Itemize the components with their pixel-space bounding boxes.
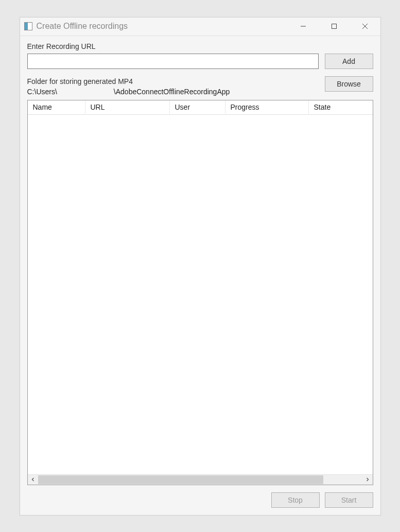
column-header-state[interactable]: State (309, 100, 373, 114)
close-icon (362, 23, 368, 29)
column-header-user[interactable]: User (170, 100, 225, 114)
app-icon (24, 22, 32, 30)
scroll-track[interactable] (38, 475, 362, 485)
horizontal-scrollbar[interactable] (28, 474, 373, 485)
folder-row: Folder for storing generated MP4 C:\User… (27, 76, 373, 96)
recording-url-input[interactable] (27, 54, 319, 69)
maximize-button[interactable] (319, 18, 350, 36)
app-window: Create Offline recordings Enter Recordin… (20, 17, 381, 516)
scroll-left-arrow[interactable] (28, 475, 38, 485)
recordings-table: Name URL User Progress State (27, 100, 373, 485)
folder-path-prefix: C:\Users\ (27, 88, 57, 96)
folder-section: Folder for storing generated MP4 C:\User… (27, 76, 373, 96)
url-row: Add (27, 54, 373, 69)
footer-buttons: Stop Start (27, 492, 373, 508)
content-area: Enter Recording URL Add Folder for stori… (20, 36, 380, 515)
url-label: Enter Recording URL (27, 42, 373, 50)
window-controls (288, 18, 380, 36)
folder-text-block: Folder for storing generated MP4 C:\User… (27, 76, 319, 96)
chevron-left-icon (31, 477, 35, 482)
titlebar: Create Offline recordings (20, 18, 380, 36)
table-body (28, 115, 373, 474)
folder-path-suffix: \AdobeConnectOfflineRecordingApp (114, 88, 230, 96)
column-header-url[interactable]: URL (85, 100, 170, 114)
stop-button[interactable]: Stop (271, 492, 320, 508)
column-header-name[interactable]: Name (28, 100, 85, 114)
scroll-thumb[interactable] (38, 475, 323, 484)
browse-button[interactable]: Browse (325, 76, 373, 92)
minimize-icon (300, 23, 306, 29)
minimize-button[interactable] (288, 18, 319, 36)
window-title: Create Offline recordings (37, 22, 288, 31)
svg-rect-1 (332, 24, 336, 29)
folder-path: C:\Users\\AdobeConnectOfflineRecordingAp… (27, 88, 319, 96)
close-button[interactable] (350, 18, 380, 36)
folder-label: Folder for storing generated MP4 (27, 77, 319, 85)
table-header: Name URL User Progress State (28, 100, 373, 115)
chevron-right-icon (366, 477, 370, 482)
start-button[interactable]: Start (325, 492, 373, 508)
column-header-progress[interactable]: Progress (225, 100, 309, 114)
scroll-right-arrow[interactable] (362, 475, 373, 485)
add-button[interactable]: Add (325, 54, 373, 69)
maximize-icon (331, 23, 337, 29)
